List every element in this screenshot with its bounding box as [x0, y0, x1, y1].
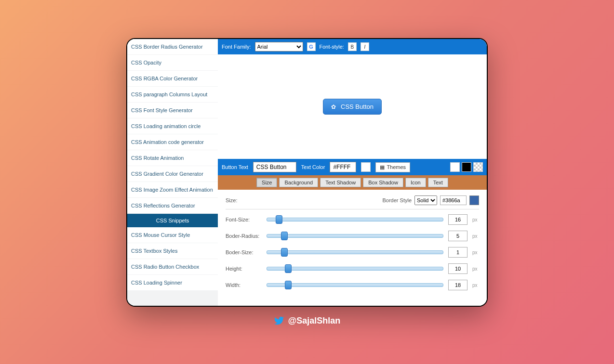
sidebar-item[interactable]: CSS Textbox Styles: [127, 243, 218, 259]
slider-thumb[interactable]: [276, 215, 282, 224]
sidebar: CSS Border Radius Generator CSS Opacity …: [127, 39, 218, 306]
unit-label: px: [472, 266, 479, 272]
slider-label: Boder-Size:: [226, 249, 262, 255]
preview-button-label: CSS Button: [341, 103, 374, 110]
unit-label: px: [472, 250, 479, 255]
theme-swatch-black[interactable]: [462, 162, 471, 172]
sidebar-item[interactable]: CSS Border Radius Generator: [127, 39, 218, 54]
slider-row: Font-Size: px: [226, 214, 479, 225]
font-family-label: Font Family:: [222, 44, 251, 50]
text-color-label: Text Color: [301, 164, 325, 170]
sidebar-item[interactable]: CSS Image Zoom Effect Animation: [127, 182, 218, 197]
slider-thumb[interactable]: [285, 264, 292, 273]
slider-track[interactable]: [267, 267, 443, 271]
property-tabs: Size Background Text Shadow Box Shadow I…: [218, 175, 487, 190]
tab-background[interactable]: Background: [279, 178, 318, 187]
button-preview: ✿ CSS Button: [218, 54, 487, 159]
tab-text-shadow[interactable]: Text Shadow: [320, 178, 361, 187]
sidebar-item[interactable]: CSS Mouse Cursor Style: [127, 227, 218, 243]
text-color-swatch[interactable]: [361, 162, 371, 172]
sidebar-section-header: CSS Snippets: [127, 214, 218, 227]
border-color-input[interactable]: [440, 195, 467, 205]
font-family-select[interactable]: Arial: [255, 42, 303, 52]
sidebar-item[interactable]: CSS Reflections Generator: [127, 198, 218, 213]
attribution: @SajalShlan: [274, 315, 341, 326]
slider-track[interactable]: [267, 218, 443, 221]
size-panel: Size: Border Style Solid Font-Size: px B…: [218, 190, 487, 306]
slider-track[interactable]: [267, 250, 443, 254]
unit-label: px: [472, 217, 479, 222]
slider-value-input[interactable]: [448, 231, 467, 241]
themes-label: Themes: [387, 164, 406, 170]
button-text-input[interactable]: [253, 162, 296, 172]
slider-label: Width:: [226, 282, 262, 288]
tab-icon[interactable]: Icon: [405, 178, 426, 187]
slider-label: Boder-Radius:: [226, 233, 262, 239]
sidebar-item[interactable]: CSS Radio Button Checkbox: [127, 259, 218, 274]
sidebar-item[interactable]: CSS Loading Spinner: [127, 275, 218, 290]
slider-value-input[interactable]: [448, 214, 467, 225]
slider-label: Font-Size:: [226, 217, 262, 222]
sidebar-item[interactable]: CSS Loading animation circle: [127, 118, 218, 134]
sidebar-item[interactable]: CSS paragraph Columns Layout: [127, 87, 218, 102]
grid-icon: ▦: [380, 164, 385, 170]
bold-button[interactable]: B: [348, 42, 357, 51]
text-color-input[interactable]: [330, 162, 356, 172]
slider-track[interactable]: [267, 283, 443, 287]
slider-row: Width: px: [226, 280, 479, 290]
theme-swatch-transparent[interactable]: [473, 162, 483, 172]
themes-button[interactable]: ▦ Themes: [375, 162, 410, 172]
border-style-select[interactable]: Solid: [414, 195, 437, 205]
italic-button[interactable]: I: [360, 42, 369, 51]
sidebar-item[interactable]: CSS Animation code generator: [127, 134, 218, 150]
slider-thumb[interactable]: [281, 232, 288, 240]
slider-row: Boder-Radius: px: [226, 231, 479, 241]
slider-thumb[interactable]: [285, 281, 292, 289]
button-text-label: Button Text: [222, 164, 248, 170]
tab-size[interactable]: Size: [256, 178, 277, 187]
attribution-handle: @SajalShlan: [288, 316, 341, 326]
sidebar-item[interactable]: CSS RGBA Color Generator: [127, 71, 218, 86]
button-config-bar: Button Text Text Color ▦ Themes: [218, 159, 487, 175]
google-fonts-icon[interactable]: G: [307, 42, 316, 51]
sidebar-item[interactable]: CSS Font Style Generator: [127, 103, 218, 118]
main-panel: Font Family: Arial G Font-style: B I ✿ C…: [218, 39, 487, 306]
sidebar-item[interactable]: CSS Opacity: [127, 55, 218, 70]
unit-label: px: [472, 234, 479, 239]
tab-box-shadow[interactable]: Box Shadow: [363, 178, 403, 187]
slider-row: Boder-Size: px: [226, 247, 479, 258]
font-style-label: Font-style:: [320, 44, 344, 50]
theme-swatch-white[interactable]: [450, 162, 460, 172]
slider-value-input[interactable]: [448, 247, 467, 258]
border-color-swatch[interactable]: [469, 195, 479, 205]
gear-icon: ✿: [331, 104, 336, 110]
unit-label: px: [472, 283, 479, 288]
sidebar-item[interactable]: CSS Rotate Animation: [127, 150, 218, 166]
font-toolbar: Font Family: Arial G Font-style: B I: [218, 39, 487, 54]
slider-row: Height: px: [226, 263, 479, 274]
slider-value-input[interactable]: [448, 263, 467, 274]
twitter-icon: [274, 315, 284, 326]
slider-track[interactable]: [267, 234, 443, 238]
slider-thumb[interactable]: [281, 248, 288, 257]
slider-value-input[interactable]: [448, 280, 467, 290]
tab-text[interactable]: Text: [428, 178, 448, 187]
sidebar-item[interactable]: CSS Gradient Color Generator: [127, 166, 218, 182]
app-window: CSS Border Radius Generator CSS Opacity …: [126, 38, 488, 307]
border-style-label: Border Style: [382, 197, 412, 203]
slider-label: Height:: [226, 266, 262, 272]
panel-title: Size:: [226, 197, 237, 203]
preview-button[interactable]: ✿ CSS Button: [323, 99, 382, 115]
